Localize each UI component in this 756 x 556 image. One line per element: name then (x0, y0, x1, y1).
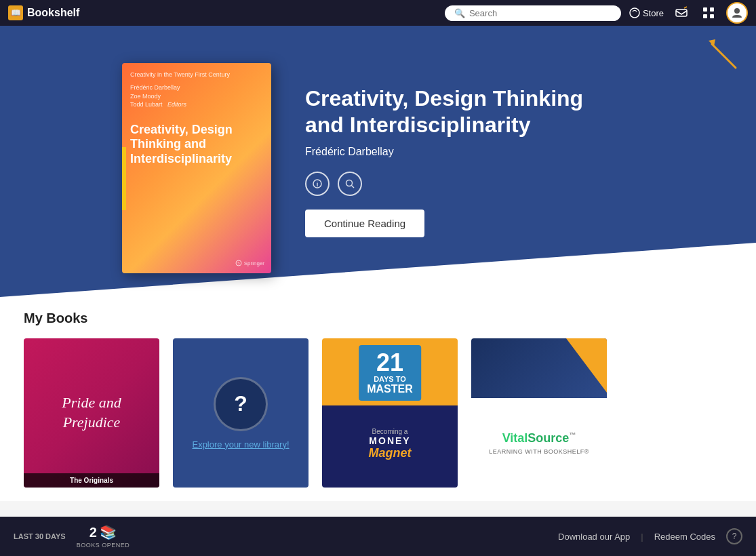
21-days-badge: 21 DAYS TO MASTER (359, 345, 421, 401)
footer-stats: LAST 30 DAYS 2 📚 BOOKS OPENED (14, 524, 130, 549)
search-book-icon-button[interactable] (338, 172, 362, 196)
store-button[interactable]: Store (629, 7, 664, 18)
money-text-area: Becoming a MONEY Magnet (322, 428, 458, 460)
svg-text:S: S (237, 261, 240, 265)
days-to-label: DAYS TO (367, 375, 413, 383)
magnet-label: Magnet (322, 446, 458, 460)
vs-triangle-decoration (566, 338, 607, 393)
profile-icon (731, 7, 743, 19)
books-count-display: 2 📚 (89, 524, 117, 540)
mystery-question-mark: ? (214, 377, 268, 431)
grid-button[interactable] (699, 3, 718, 22)
pride-badge: The Originals (24, 473, 159, 488)
notifications-icon (675, 6, 688, 20)
search-icon: 🔍 (454, 8, 465, 18)
continue-reading-button[interactable]: Continue Reading (305, 210, 424, 237)
download-app-link[interactable]: Download our App (558, 532, 630, 542)
arrow-indicator (702, 34, 742, 77)
app-header: 📖 Bookshelf 🔍 Store (0, 0, 756, 26)
svg-point-7 (734, 8, 740, 14)
svg-rect-6 (710, 14, 714, 18)
logo[interactable]: 📖 Bookshelf (8, 5, 79, 20)
book-accent-bar (122, 147, 126, 210)
hero-section: Creativity in the Twenty First Century F… (0, 26, 756, 297)
featured-book-author: Frédéric Darbellay (305, 146, 590, 158)
footer-divider: | (641, 532, 643, 542)
svg-text:i: i (317, 181, 319, 188)
money-label: MONEY (322, 435, 458, 446)
svg-rect-1 (676, 9, 687, 16)
becoming-label: Becoming a (322, 428, 458, 435)
master-label: MASTER (367, 383, 413, 395)
book-series-label: Creativity in the Twenty First Century (130, 71, 263, 78)
profile-button[interactable] (726, 2, 748, 24)
books-opened-label: BOOKS OPENED (77, 542, 130, 549)
search-input[interactable] (469, 8, 612, 18)
21-days-number: 21 (367, 351, 413, 375)
book-card-vitalsource[interactable]: VitalSource™ LEARNING WITH BOOKSHELF® (471, 338, 607, 488)
svg-point-0 (630, 8, 639, 18)
app-footer: LAST 30 DAYS 2 📚 BOOKS OPENED Download o… (0, 517, 756, 556)
featured-book-cover[interactable]: Creativity in the Twenty First Century F… (122, 63, 271, 273)
svg-line-13 (352, 185, 355, 188)
my-books-section: My Books Pride andPrejudice The Original… (0, 297, 756, 501)
last-30-days-label: LAST 30 DAYS (14, 532, 66, 540)
hero-diagonal-decoration (0, 243, 756, 297)
hero-action-icons: i (305, 172, 590, 196)
featured-book-title: Creativity, Design Thinking and Interdis… (305, 85, 590, 138)
footer-actions: Download our App | Redeem Codes ? (558, 528, 742, 544)
redeem-codes-link[interactable]: Redeem Codes (654, 532, 715, 542)
notifications-button[interactable] (672, 3, 691, 22)
logo-text: Bookshelf (27, 7, 79, 19)
book-title-on-cover: Creativity, Design Thinking and Interdis… (130, 123, 263, 167)
explore-library-link[interactable]: Explore your new library! (185, 439, 296, 450)
svg-rect-5 (703, 14, 707, 18)
svg-rect-4 (710, 7, 714, 12)
svg-line-2 (684, 7, 687, 8)
hero-info: Creativity, Design Thinking and Interdis… (305, 85, 590, 237)
book-authors-label: Frédéric DarbellayZoe MoodyTodd Lubart E… (130, 83, 263, 109)
pride-book-title: Pride andPrejudice (48, 380, 134, 445)
search-bar[interactable]: 🔍 (445, 5, 621, 21)
vs-bottom-area: VitalSource™ LEARNING WITH BOOKSHELF® (471, 398, 607, 488)
store-icon (629, 7, 640, 18)
my-books-title: My Books (24, 311, 732, 326)
vitalsource-logo: VitalSource™ (502, 431, 576, 445)
publisher-label: S Springer (235, 260, 264, 266)
grid-icon (702, 7, 715, 19)
books-opened-stat: 2 📚 BOOKS OPENED (77, 524, 130, 549)
logo-icon: 📖 (8, 5, 23, 20)
vitalsource-tagline: LEARNING WITH BOOKSHELF® (489, 448, 589, 455)
book-card-pride[interactable]: Pride andPrejudice The Originals (24, 338, 159, 488)
book-card-mystery[interactable]: ? Explore your new library! (173, 338, 309, 488)
book-cover: Creativity in the Twenty First Century F… (122, 63, 271, 273)
info-icon-button[interactable]: i (305, 172, 330, 196)
help-button[interactable]: ? (726, 528, 742, 544)
vs-top-area (471, 338, 607, 398)
books-grid: Pride andPrejudice The Originals ? Explo… (24, 338, 732, 488)
svg-point-12 (346, 180, 353, 186)
svg-rect-3 (703, 7, 707, 12)
book-card-21days[interactable]: 21 DAYS TO MASTER Becoming a MONEY Magne… (322, 338, 458, 488)
store-label: Store (643, 8, 664, 18)
books-icon: 📚 (100, 524, 117, 540)
